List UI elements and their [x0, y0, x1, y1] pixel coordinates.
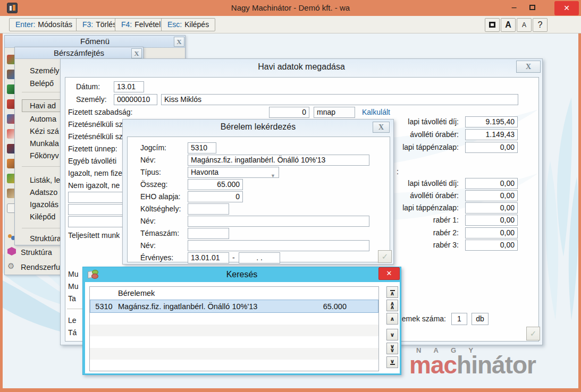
left-label-4: Egyéb távolléti — [68, 156, 128, 167]
list-row-empty[interactable] — [90, 313, 378, 325]
nev3-label: Név: — [140, 240, 187, 251]
list-row-selected[interactable]: 5310 Magánsz.fiz. ingatlanbérl. Önálló 1… — [90, 300, 378, 313]
watermark-frond — [540, 97, 578, 326]
right-value-7[interactable]: 0,00 — [465, 215, 518, 226]
nev1-input[interactable]: Magánsz.fiz. ingatlanbérl. Önálló 10%'13 — [188, 155, 369, 166]
section-colon-fragment: : — [397, 166, 399, 177]
right-value-4[interactable]: 0,00 — [465, 178, 518, 189]
left-input-3[interactable] — [68, 216, 127, 227]
window-frame-right — [578, 33, 581, 388]
maximize-button[interactable] — [524, 0, 540, 16]
felvetel-button[interactable]: F4:Felvétel — [115, 18, 167, 31]
right-value-6[interactable]: 0,00 — [465, 202, 518, 214]
right-value-9[interactable]: 0,00 — [465, 240, 518, 251]
font-increase-button[interactable]: A — [501, 18, 516, 32]
scroll-down-button[interactable]: ∨ — [386, 329, 398, 340]
ervenyes-label: Érvényes: — [140, 252, 187, 263]
menu-item-szemely[interactable]: Személy — [30, 65, 60, 76]
window-mode-button[interactable] — [485, 18, 500, 32]
square-icon — [489, 22, 495, 28]
temaszam-label: Témaszám: — [140, 228, 187, 239]
scroll-to-top-button[interactable]: ∧ — [386, 286, 398, 298]
right-value-1[interactable]: 9.195,40 — [465, 116, 518, 127]
datum-input[interactable]: 13.01 — [114, 81, 144, 92]
close-button[interactable]: ✕ — [554, 1, 579, 15]
havi-close-button[interactable]: X — [516, 61, 541, 73]
list-row-empty[interactable] — [90, 348, 378, 360]
kilepes-button[interactable]: Esc:Kilépés — [161, 18, 215, 31]
count-input[interactable]: 1 — [451, 313, 467, 325]
right-value-8[interactable]: 0,00 — [465, 227, 518, 238]
gears-icon[interactable]: ⚙ — [7, 262, 14, 270]
jogcim-input[interactable]: 5310 — [188, 142, 216, 154]
szemely-name-input[interactable]: Kiss Miklós — [161, 94, 518, 105]
berelem-close-button[interactable]: X — [373, 122, 390, 133]
nev2-label: Név: — [140, 216, 187, 227]
structure-cube-icon[interactable] — [7, 247, 16, 255]
logo-machinator: machinátor — [409, 351, 536, 379]
jogcim-label: Jogcím: — [140, 142, 187, 154]
eho-input[interactable]: 0 — [188, 191, 243, 202]
list-row-empty[interactable] — [90, 336, 378, 348]
eho-label: EHO alapja: — [140, 191, 187, 202]
scroll-to-bottom-button[interactable]: ∨ — [386, 356, 398, 368]
fomenu-item-struktura[interactable]: Struktúra — [21, 247, 52, 258]
menu-item-automata[interactable]: Automa — [30, 114, 56, 124]
scroll-page-up-button[interactable]: ∧∧ — [386, 300, 398, 311]
szabadsag-label: Fizetett szabadság: — [68, 107, 132, 118]
menu-item-listak[interactable]: Listák, le — [30, 175, 60, 185]
nev3-input[interactable] — [188, 240, 369, 251]
ervenyes-from-input[interactable]: 13.01.01 — [188, 252, 229, 263]
szabadsag-unit-box: mnap — [314, 107, 355, 118]
tipus-dropdown[interactable]: Havonta▼ — [188, 167, 279, 178]
window-titlebar: Nagy Machinátor - Demó kft. - wa – ✕ — [0, 0, 581, 16]
scroll-page-down-button[interactable]: ∨∨ — [386, 343, 398, 354]
berelem-dialog-title: Bérelem lekérdezés — [123, 120, 393, 135]
modositas-button[interactable]: Enter:Módosítás — [9, 18, 79, 31]
kereses-title: Keresés — [83, 267, 401, 282]
temaszam-input[interactable] — [188, 228, 229, 239]
list-header: Bérelemek — [118, 289, 378, 297]
menu-item-belepo[interactable]: Belépő — [30, 78, 54, 89]
menu-item-kezi[interactable]: Kézi szá — [30, 126, 59, 137]
menu-item-fokonyv[interactable]: Főkönyv — [30, 150, 59, 161]
menu-item-struktura[interactable]: Struktúra — [30, 233, 61, 244]
list-row-empty[interactable] — [90, 325, 378, 336]
osszeg-input[interactable]: 65.000 — [188, 179, 243, 190]
kereses-body: Bérelemek 5310 Magánsz.fiz. ingatlanbérl… — [85, 282, 400, 373]
szabadsag-input[interactable]: 0 — [269, 107, 309, 118]
font-decrease-button[interactable]: A — [517, 18, 532, 32]
list-row-empty[interactable] — [90, 360, 378, 371]
right-value-3[interactable]: 0,00 — [465, 142, 518, 153]
window-title: Nagy Machinátor - Demó kft. - wa — [0, 0, 581, 16]
menu-item-havi-adatok[interactable]: Havi ad — [30, 100, 56, 111]
szemely-code-input[interactable]: 00000010 — [114, 94, 157, 105]
tipus-label: Típus: — [140, 167, 187, 178]
teljesitett-label: Teljesített munk — [68, 230, 128, 241]
berelem-ok-button[interactable]: ✓ — [378, 250, 392, 263]
left-input-2[interactable] — [68, 204, 127, 215]
minimize-button[interactable]: – — [506, 0, 522, 16]
osszeg-label: Összeg: — [140, 179, 187, 190]
right-value-5[interactable]: 0,00 — [465, 190, 518, 201]
scroll-up-button[interactable]: ∧ — [386, 313, 398, 325]
havi-ok-button[interactable]: ✓ — [526, 327, 540, 340]
berszamfejtes-close-button[interactable]: X — [131, 48, 142, 58]
left-label-2: Fizetésnélküli sz — [68, 131, 128, 142]
menu-item-igazolas[interactable]: Igazolás — [30, 199, 58, 210]
menu-item-adatszo[interactable]: Adatszo — [30, 187, 57, 198]
help-button[interactable]: ? — [533, 18, 548, 32]
ervenyes-to-input[interactable]: . . — [239, 252, 280, 263]
menu-item-munkala[interactable]: Munkala — [30, 138, 59, 149]
left-input-1[interactable] — [68, 192, 127, 203]
szemely-label: Személy: — [76, 94, 111, 105]
kereses-close-button[interactable]: ✕ — [378, 267, 400, 280]
right-value-2[interactable]: 1.149,43 — [465, 129, 518, 140]
row-code: 5310 — [90, 302, 118, 311]
window-frame-left — [0, 33, 3, 388]
fomenu-item-rendszerfu[interactable]: Rendszerfu — [21, 262, 60, 272]
nev2-input[interactable] — [188, 216, 369, 227]
koltseghely-input[interactable] — [188, 203, 229, 215]
fomenu-close-button[interactable]: X — [174, 37, 184, 47]
menu-item-kilepod[interactable]: Kilépőd — [30, 211, 55, 222]
